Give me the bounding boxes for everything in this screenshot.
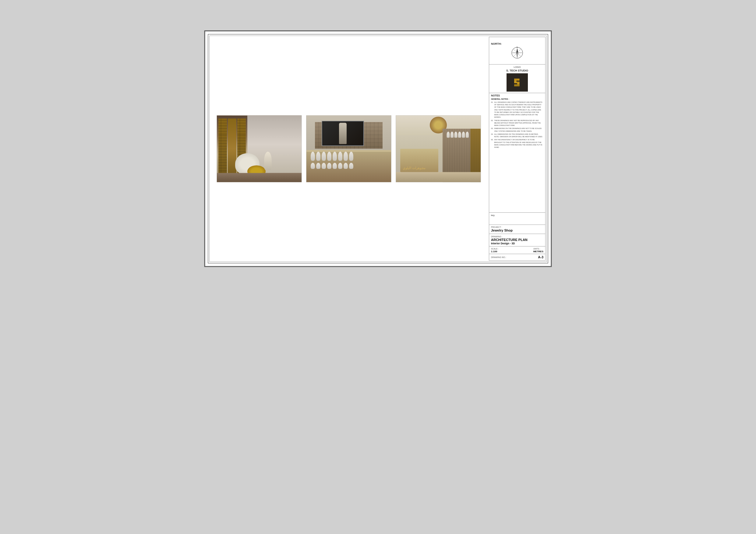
logo-section: LOGO S. TECH STUDIO xyxy=(489,64,545,93)
shop-name-arabic: مجوهرات البلوي xyxy=(403,166,425,170)
screen-content xyxy=(323,122,363,145)
north-label: NORTH: xyxy=(491,42,502,46)
note-text-1: ALL DRAWINGS AND COPIES THEREOF ARE INST… xyxy=(494,101,544,119)
note-item-1: 01. ALL DRAWINGS AND COPIES THEREOF ARE … xyxy=(491,101,543,119)
bust-14 xyxy=(338,163,342,169)
bust-12 xyxy=(327,163,331,169)
svg-marker-9 xyxy=(517,82,520,83)
notes-content: 01. ALL DRAWINGS AND COPIES THEREOF ARE … xyxy=(491,101,543,149)
bust-4 xyxy=(327,152,331,161)
scale-section: SCALE : 1:100 UNITS : METRES xyxy=(489,246,545,254)
units-value: METRES xyxy=(533,250,543,253)
display-screen xyxy=(322,121,364,146)
notes-title: NOTES xyxy=(491,94,543,97)
bust-9 xyxy=(311,163,315,169)
note-num-3: 03. xyxy=(491,127,494,132)
photo-2 xyxy=(307,115,392,182)
logo-title: LOGO xyxy=(491,66,543,68)
svg-text:N: N xyxy=(517,47,518,48)
bust-2 xyxy=(316,152,320,161)
scale-value: 1:100 xyxy=(491,250,499,253)
drawing-label: DRAWING : xyxy=(491,235,543,238)
note-num-1: 01. xyxy=(491,101,494,119)
units-label: UNITS : xyxy=(533,248,543,250)
logo-image xyxy=(506,73,528,91)
panel-2 xyxy=(228,118,236,179)
photo-3: مجوهرات البلوي xyxy=(396,115,481,182)
bust-15 xyxy=(343,163,348,169)
bust-16 xyxy=(349,163,353,169)
scale-item: SCALE : 1:100 xyxy=(491,248,499,253)
bust-3 xyxy=(322,152,326,161)
note-text-2: THESE DRAWINGS MAY NOT BE REPRODUCED BY … xyxy=(494,119,544,127)
s-tech-logo-icon xyxy=(511,76,523,89)
sculpture xyxy=(264,152,272,170)
svg-marker-10 xyxy=(514,84,520,87)
key-label: key xyxy=(491,214,495,216)
wall-bust-6 xyxy=(466,132,469,138)
key-section: key xyxy=(489,213,545,224)
wall-jewelry-display xyxy=(445,130,479,139)
note-num-5: 05. xyxy=(491,139,494,148)
notes-header: GENERAL NOTES : xyxy=(491,98,543,100)
floor xyxy=(217,173,302,182)
bust-11 xyxy=(322,163,326,169)
wall-bust-2 xyxy=(450,132,453,138)
note-num-4: 04. xyxy=(491,133,494,138)
note-item-5: 05. ANY INCONSISTENCY OR DISCREPANCY IS … xyxy=(491,139,543,148)
model-figure xyxy=(339,123,347,144)
note-item-3: 03. DIMENSIONS ON THE DRAWINGS ARE NOT T… xyxy=(491,127,543,132)
wall-bust-4 xyxy=(458,132,461,138)
bust-1 xyxy=(311,152,315,161)
units-item: UNITS : METRES xyxy=(533,248,543,253)
bust-7 xyxy=(343,152,348,161)
project-label: PROJECT : xyxy=(491,226,543,228)
scale-label: SCALE : xyxy=(491,248,499,250)
bust-13 xyxy=(333,163,337,169)
photo3-floor xyxy=(396,172,481,182)
bust-10 xyxy=(316,163,320,169)
note-item-4: 04. ALL DIMENSIONS ON THE DRAWINGS ARE I… xyxy=(491,133,543,138)
note-text-3: DIMENSIONS ON THE DRAWINGS ARE NOT TO BE… xyxy=(494,127,544,132)
company-name: S. TECH STUDIO xyxy=(491,69,543,72)
wall-bust-5 xyxy=(462,132,465,138)
panel-1 xyxy=(218,118,227,179)
jewelry-counter xyxy=(307,150,391,182)
wall-bust-1 xyxy=(446,132,449,138)
wall-bust-3 xyxy=(454,132,457,138)
project-section: PROJECT : Jewelry Shop xyxy=(489,224,545,234)
project-name: Jewelry Shop xyxy=(491,228,543,233)
note-text-5: ANY INCONSISTENCY OR DISCREPANCY IS TO B… xyxy=(494,139,544,148)
note-num-2: 02. xyxy=(491,119,494,127)
drawing-number-section: DRAWING NO.: A-3 xyxy=(489,254,545,261)
bust-6 xyxy=(338,152,342,161)
drawing-no-value: A-3 xyxy=(538,255,543,259)
notes-section: NOTES GENERAL NOTES : 01. ALL DRAWINGS A… xyxy=(489,93,545,213)
bust-5 xyxy=(333,152,337,161)
photos-row: مجوهرات البلوي xyxy=(211,109,487,188)
drawing-section: DRAWING : ARCHITECTURE PLAN Interior Des… xyxy=(489,234,545,246)
drawing-sheet: مجوهرات البلوي NORTH: xyxy=(204,30,552,267)
right-sidebar: NORTH: N LOGO S. TECH STUDIO xyxy=(489,37,546,261)
north-arrow-icon: N xyxy=(511,47,523,59)
bust-8 xyxy=(349,152,353,161)
jewelry-busts-row-1 xyxy=(311,152,387,161)
drawing-type: ARCHITECTURE PLAN xyxy=(491,238,543,242)
note-text-4: ALL DIMENSIONS ON THE DRAWINGS ARE IN ME… xyxy=(494,133,544,138)
drawing-no-label: DRAWING NO.: xyxy=(491,256,506,259)
main-content-area: مجوهرات البلوي xyxy=(211,37,487,261)
drawing-subtype: Interior Design - 3D xyxy=(491,242,543,245)
note-item-2: 02. THESE DRAWINGS MAY NOT BE REPRODUCED… xyxy=(491,119,543,127)
jewelry-busts-row-2 xyxy=(311,163,387,169)
north-section: NORTH: N xyxy=(489,37,545,64)
photo-1 xyxy=(217,115,302,182)
